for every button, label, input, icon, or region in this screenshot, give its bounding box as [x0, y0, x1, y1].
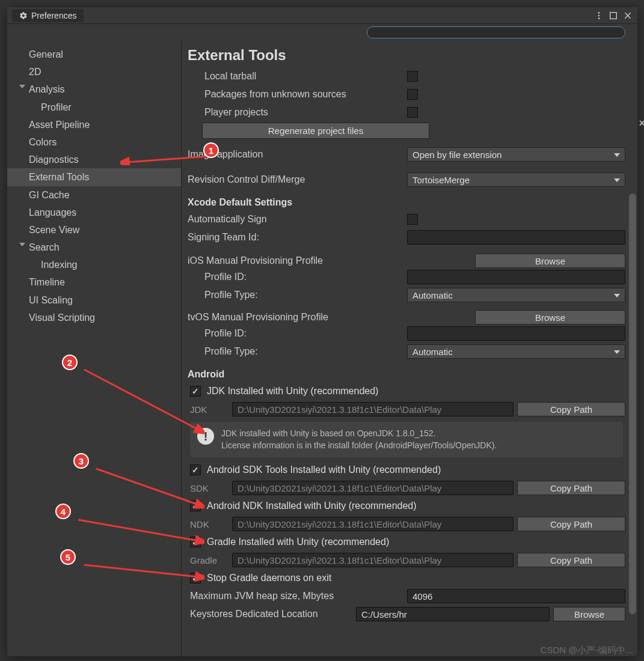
label-ndk: NDK: [190, 519, 228, 529]
dropdown-tvos-profile-type[interactable]: Automatic: [407, 344, 625, 359]
tab-preferences[interactable]: Preferences: [12, 9, 84, 22]
label-jdk: JDK: [190, 404, 228, 415]
input-gradle-path[interactable]: [232, 553, 514, 567]
close-icon[interactable]: [623, 11, 633, 20]
sidebar-item-timeline[interactable]: Timeline: [7, 273, 181, 291]
sidebar-item-languages[interactable]: Languages: [7, 204, 181, 221]
page-title: External Tools: [188, 47, 625, 64]
checkbox-gradle[interactable]: [190, 537, 201, 547]
copy-ndk-button[interactable]: Copy Path: [517, 517, 625, 531]
svg-point-0: [598, 12, 600, 14]
dropdown-image-application[interactable]: Open by file extension: [407, 147, 625, 162]
svg-point-2: [598, 17, 600, 19]
input-signing-team[interactable]: [407, 230, 625, 245]
label-sdk: SDK: [190, 483, 228, 493]
header-tvos-profile: tvOS Manual Provisioning Profile: [188, 312, 475, 323]
info-jdk: ! JDK installed with Unity is based on O…: [190, 422, 623, 457]
browse-keystore-button[interactable]: Browse: [553, 607, 625, 621]
menu-icon[interactable]: [594, 11, 604, 20]
label-stop-gradle: Stop Gradle daemons on exit: [207, 573, 331, 583]
maximize-icon[interactable]: [609, 11, 618, 20]
label-ndk-check: Android NDK Installed with Unity (recomm…: [207, 501, 417, 511]
checkbox-stop-gradle[interactable]: [190, 573, 201, 583]
sidebar-item-analysis[interactable]: Analysis: [7, 81, 181, 98]
header-xcode: Xcode Default Settings: [188, 197, 625, 208]
checkbox-ndk[interactable]: [190, 501, 201, 511]
header-ios-profile: iOS Manual Provisioning Profile: [188, 255, 475, 266]
label-packages-unknown: Packages from unknown sources: [188, 89, 407, 100]
checkbox-auto-sign[interactable]: [407, 214, 418, 225]
sidebar-item-search[interactable]: Search: [7, 239, 181, 256]
label-signing-team: Signing Team Id:: [188, 232, 407, 243]
sidebar-item-general[interactable]: General: [7, 46, 181, 63]
label-local-tarball: Local tarball: [188, 71, 407, 82]
sidebar-item-visual-scripting[interactable]: Visual Scripting: [7, 309, 181, 326]
gear-icon: [19, 11, 28, 20]
chevron-down-icon: [19, 85, 25, 88]
preferences-window: Preferences General 2D Analysis Profiler…: [7, 7, 637, 656]
sidebar-item-gi-cache[interactable]: GI Cache: [7, 186, 181, 204]
svg-rect-3: [610, 12, 617, 19]
label-auto-sign: Automatically Sign: [188, 214, 407, 225]
label-revision-control: Revision Control Diff/Merge: [188, 174, 407, 185]
dropdown-revision-control[interactable]: TortoiseMerge: [407, 172, 625, 187]
label-max-jvm: Maximum JVM heap size, Mbytes: [188, 591, 407, 602]
sidebar-item-scene-view[interactable]: Scene View: [7, 221, 181, 239]
label-image-application: Image application: [188, 149, 407, 160]
input-max-jvm[interactable]: [407, 589, 625, 603]
input-keystore[interactable]: [356, 607, 550, 621]
checkbox-player-projects[interactable]: [407, 107, 418, 118]
browse-tvos-button[interactable]: Browse: [475, 310, 625, 324]
input-jdk-path[interactable]: [232, 402, 514, 416]
label-jdk-check: JDK Installed with Unity (recommended): [207, 386, 378, 397]
label-keystore: Keystores Dedicated Location: [188, 609, 356, 620]
label-gradle: Gradle: [190, 555, 228, 565]
checkbox-sdk[interactable]: [190, 465, 201, 475]
input-sdk-path[interactable]: [232, 481, 514, 495]
label-ios-profile-type: Profile Type:: [188, 290, 407, 300]
label-player-projects: Player projects: [188, 107, 407, 118]
sidebar-item-colors[interactable]: Colors: [7, 133, 181, 151]
sidebar-item-diagnostics[interactable]: Diagnostics: [7, 151, 181, 168]
scrollbar-thumb[interactable]: [629, 193, 636, 614]
label-gradle-check: Gradle Installed with Unity (recommended…: [207, 537, 389, 547]
sidebar-item-asset-pipeline[interactable]: Asset Pipeline: [7, 116, 181, 133]
input-ios-profile-id[interactable]: [407, 270, 625, 284]
chevron-down-icon: [19, 243, 25, 246]
sidebar-item-external-tools[interactable]: External Tools: [7, 168, 181, 186]
copy-sdk-button[interactable]: Copy Path: [517, 481, 625, 495]
tab-label: Preferences: [31, 11, 76, 20]
search-input[interactable]: [367, 26, 625, 38]
searchbar: [7, 24, 637, 41]
sidebar-item-2d[interactable]: 2D: [7, 63, 181, 81]
checkbox-packages-unknown[interactable]: [407, 89, 418, 100]
input-tvos-profile-id[interactable]: [407, 326, 625, 341]
input-ndk-path[interactable]: [232, 517, 514, 531]
copy-jdk-button[interactable]: Copy Path: [517, 402, 625, 416]
sidebar-item-profiler[interactable]: Profiler: [7, 99, 181, 116]
info-icon: !: [197, 428, 214, 445]
external-close-icon: ×: [639, 117, 644, 130]
label-sdk-check: Android SDK Tools Installed with Unity (…: [207, 465, 441, 475]
label-tvos-profile-type: Profile Type:: [188, 346, 407, 357]
checkbox-local-tarball[interactable]: [407, 71, 418, 82]
checkbox-jdk[interactable]: [190, 386, 201, 397]
main-panel: External Tools Local tarball Packages fr…: [182, 41, 637, 656]
sidebar-item-ui-scaling[interactable]: UI Scaling: [7, 291, 181, 309]
browse-ios-button[interactable]: Browse: [475, 254, 625, 268]
regenerate-button[interactable]: Regenerate project files: [202, 123, 429, 139]
watermark: CSDN @小严-编码中...: [541, 645, 633, 656]
sidebar-item-indexing[interactable]: Indexing: [7, 256, 181, 273]
header-android: Android: [188, 369, 625, 380]
label-tvos-profile-id: Profile ID:: [188, 328, 407, 339]
dropdown-ios-profile-type[interactable]: Automatic: [407, 288, 625, 302]
svg-point-1: [598, 14, 600, 16]
titlebar: Preferences: [7, 7, 637, 24]
sidebar: General 2D Analysis Profiler Asset Pipel…: [7, 41, 182, 656]
label-ios-profile-id: Profile ID:: [188, 272, 407, 282]
copy-gradle-button[interactable]: Copy Path: [517, 553, 625, 567]
